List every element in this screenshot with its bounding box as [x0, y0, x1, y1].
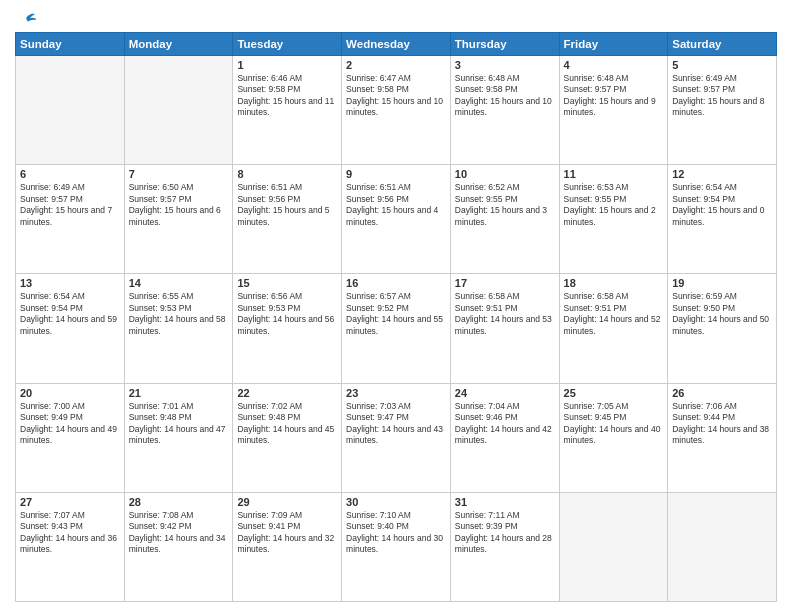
calendar-cell: 25Sunrise: 7:05 AMSunset: 9:45 PMDayligh… [559, 383, 668, 492]
cell-info: Sunrise: 7:05 AMSunset: 9:45 PMDaylight:… [564, 401, 664, 447]
calendar-cell [124, 56, 233, 165]
day-number: 1 [237, 59, 337, 71]
header [15, 10, 777, 26]
calendar-cell: 2Sunrise: 6:47 AMSunset: 9:58 PMDaylight… [342, 56, 451, 165]
day-number: 14 [129, 277, 229, 289]
cell-info: Sunrise: 7:11 AMSunset: 9:39 PMDaylight:… [455, 510, 555, 556]
day-number: 4 [564, 59, 664, 71]
cell-info: Sunrise: 6:49 AMSunset: 9:57 PMDaylight:… [672, 73, 772, 119]
cell-info: Sunrise: 6:49 AMSunset: 9:57 PMDaylight:… [20, 182, 120, 228]
day-number: 17 [455, 277, 555, 289]
cell-info: Sunrise: 6:53 AMSunset: 9:55 PMDaylight:… [564, 182, 664, 228]
day-number: 19 [672, 277, 772, 289]
cell-info: Sunrise: 7:09 AMSunset: 9:41 PMDaylight:… [237, 510, 337, 556]
day-number: 27 [20, 496, 120, 508]
calendar-cell: 24Sunrise: 7:04 AMSunset: 9:46 PMDayligh… [450, 383, 559, 492]
calendar-cell [668, 492, 777, 601]
calendar-cell: 7Sunrise: 6:50 AMSunset: 9:57 PMDaylight… [124, 165, 233, 274]
day-number: 31 [455, 496, 555, 508]
day-number: 15 [237, 277, 337, 289]
day-number: 2 [346, 59, 446, 71]
cell-info: Sunrise: 6:50 AMSunset: 9:57 PMDaylight:… [129, 182, 229, 228]
cell-info: Sunrise: 6:51 AMSunset: 9:56 PMDaylight:… [346, 182, 446, 228]
day-number: 28 [129, 496, 229, 508]
day-number: 11 [564, 168, 664, 180]
cell-info: Sunrise: 7:10 AMSunset: 9:40 PMDaylight:… [346, 510, 446, 556]
calendar-cell: 19Sunrise: 6:59 AMSunset: 9:50 PMDayligh… [668, 274, 777, 383]
weekday-header-thursday: Thursday [450, 33, 559, 56]
week-row-4: 20Sunrise: 7:00 AMSunset: 9:49 PMDayligh… [16, 383, 777, 492]
calendar-cell: 8Sunrise: 6:51 AMSunset: 9:56 PMDaylight… [233, 165, 342, 274]
cell-info: Sunrise: 6:54 AMSunset: 9:54 PMDaylight:… [672, 182, 772, 228]
week-row-3: 13Sunrise: 6:54 AMSunset: 9:54 PMDayligh… [16, 274, 777, 383]
calendar-cell: 6Sunrise: 6:49 AMSunset: 9:57 PMDaylight… [16, 165, 125, 274]
calendar-cell: 14Sunrise: 6:55 AMSunset: 9:53 PMDayligh… [124, 274, 233, 383]
calendar-cell [559, 492, 668, 601]
calendar-cell: 13Sunrise: 6:54 AMSunset: 9:54 PMDayligh… [16, 274, 125, 383]
calendar-cell: 29Sunrise: 7:09 AMSunset: 9:41 PMDayligh… [233, 492, 342, 601]
cell-info: Sunrise: 6:55 AMSunset: 9:53 PMDaylight:… [129, 291, 229, 337]
week-row-1: 1Sunrise: 6:46 AMSunset: 9:58 PMDaylight… [16, 56, 777, 165]
cell-info: Sunrise: 7:00 AMSunset: 9:49 PMDaylight:… [20, 401, 120, 447]
cell-info: Sunrise: 7:04 AMSunset: 9:46 PMDaylight:… [455, 401, 555, 447]
weekday-header-wednesday: Wednesday [342, 33, 451, 56]
cell-info: Sunrise: 6:46 AMSunset: 9:58 PMDaylight:… [237, 73, 337, 119]
calendar-cell [16, 56, 125, 165]
cell-info: Sunrise: 7:01 AMSunset: 9:48 PMDaylight:… [129, 401, 229, 447]
day-number: 5 [672, 59, 772, 71]
calendar-cell: 4Sunrise: 6:48 AMSunset: 9:57 PMDaylight… [559, 56, 668, 165]
day-number: 22 [237, 387, 337, 399]
calendar-cell: 23Sunrise: 7:03 AMSunset: 9:47 PMDayligh… [342, 383, 451, 492]
day-number: 8 [237, 168, 337, 180]
cell-info: Sunrise: 6:48 AMSunset: 9:57 PMDaylight:… [564, 73, 664, 119]
day-number: 13 [20, 277, 120, 289]
week-row-5: 27Sunrise: 7:07 AMSunset: 9:43 PMDayligh… [16, 492, 777, 601]
day-number: 26 [672, 387, 772, 399]
calendar-cell: 30Sunrise: 7:10 AMSunset: 9:40 PMDayligh… [342, 492, 451, 601]
day-number: 25 [564, 387, 664, 399]
week-row-2: 6Sunrise: 6:49 AMSunset: 9:57 PMDaylight… [16, 165, 777, 274]
calendar-cell: 31Sunrise: 7:11 AMSunset: 9:39 PMDayligh… [450, 492, 559, 601]
day-number: 20 [20, 387, 120, 399]
day-number: 16 [346, 277, 446, 289]
calendar-cell: 27Sunrise: 7:07 AMSunset: 9:43 PMDayligh… [16, 492, 125, 601]
calendar-cell: 16Sunrise: 6:57 AMSunset: 9:52 PMDayligh… [342, 274, 451, 383]
cell-info: Sunrise: 7:06 AMSunset: 9:44 PMDaylight:… [672, 401, 772, 447]
cell-info: Sunrise: 6:47 AMSunset: 9:58 PMDaylight:… [346, 73, 446, 119]
weekday-header-tuesday: Tuesday [233, 33, 342, 56]
day-number: 9 [346, 168, 446, 180]
cell-info: Sunrise: 6:58 AMSunset: 9:51 PMDaylight:… [455, 291, 555, 337]
calendar-cell: 12Sunrise: 6:54 AMSunset: 9:54 PMDayligh… [668, 165, 777, 274]
weekday-header-saturday: Saturday [668, 33, 777, 56]
day-number: 29 [237, 496, 337, 508]
day-number: 24 [455, 387, 555, 399]
calendar-cell: 18Sunrise: 6:58 AMSunset: 9:51 PMDayligh… [559, 274, 668, 383]
calendar-cell: 15Sunrise: 6:56 AMSunset: 9:53 PMDayligh… [233, 274, 342, 383]
weekday-header-sunday: Sunday [16, 33, 125, 56]
cell-info: Sunrise: 6:56 AMSunset: 9:53 PMDaylight:… [237, 291, 337, 337]
cell-info: Sunrise: 6:59 AMSunset: 9:50 PMDaylight:… [672, 291, 772, 337]
calendar-cell: 5Sunrise: 6:49 AMSunset: 9:57 PMDaylight… [668, 56, 777, 165]
calendar-cell: 26Sunrise: 7:06 AMSunset: 9:44 PMDayligh… [668, 383, 777, 492]
day-number: 21 [129, 387, 229, 399]
weekday-header-monday: Monday [124, 33, 233, 56]
day-number: 18 [564, 277, 664, 289]
calendar-cell: 20Sunrise: 7:00 AMSunset: 9:49 PMDayligh… [16, 383, 125, 492]
weekday-header-row: SundayMondayTuesdayWednesdayThursdayFrid… [16, 33, 777, 56]
calendar-cell: 21Sunrise: 7:01 AMSunset: 9:48 PMDayligh… [124, 383, 233, 492]
calendar-cell: 17Sunrise: 6:58 AMSunset: 9:51 PMDayligh… [450, 274, 559, 383]
calendar-cell: 22Sunrise: 7:02 AMSunset: 9:48 PMDayligh… [233, 383, 342, 492]
calendar-cell: 1Sunrise: 6:46 AMSunset: 9:58 PMDaylight… [233, 56, 342, 165]
calendar-cell: 9Sunrise: 6:51 AMSunset: 9:56 PMDaylight… [342, 165, 451, 274]
cell-info: Sunrise: 6:58 AMSunset: 9:51 PMDaylight:… [564, 291, 664, 337]
day-number: 6 [20, 168, 120, 180]
day-number: 12 [672, 168, 772, 180]
cell-info: Sunrise: 6:51 AMSunset: 9:56 PMDaylight:… [237, 182, 337, 228]
day-number: 23 [346, 387, 446, 399]
cell-info: Sunrise: 6:54 AMSunset: 9:54 PMDaylight:… [20, 291, 120, 337]
calendar-cell: 10Sunrise: 6:52 AMSunset: 9:55 PMDayligh… [450, 165, 559, 274]
logo-bird-icon [17, 10, 37, 30]
cell-info: Sunrise: 7:02 AMSunset: 9:48 PMDaylight:… [237, 401, 337, 447]
cell-info: Sunrise: 6:48 AMSunset: 9:58 PMDaylight:… [455, 73, 555, 119]
calendar-cell: 28Sunrise: 7:08 AMSunset: 9:42 PMDayligh… [124, 492, 233, 601]
